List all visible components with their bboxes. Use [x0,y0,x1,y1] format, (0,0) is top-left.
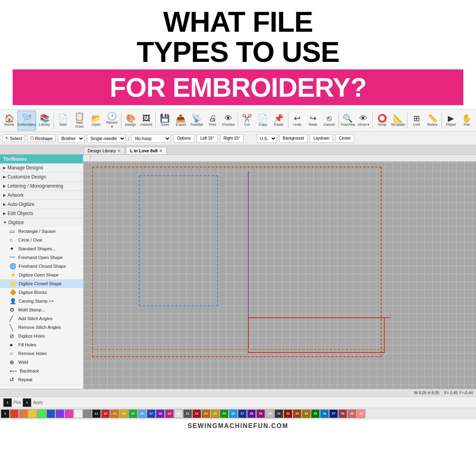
tab-design-library[interactable]: Design Library ✕ [83,147,125,154]
color-swatch-38[interactable]: 38 [338,409,347,418]
sidebar-group-digitize-header[interactable]: ▼ Digitize [0,218,83,227]
toolbar-grid-btn[interactable]: ⊞ Grid [409,111,424,131]
color-swatch-36[interactable]: 36 [320,409,329,418]
color-swatch-17[interactable]: 17 [147,409,155,418]
toolbar-redo-btn[interactable]: ↪ Redo [306,111,321,131]
sidebar-item-remove-stitch-angles[interactable]: ╲ Remove Stitch Angles [0,323,83,332]
toolbar-transfer-btn[interactable]: 📡 Transfer [189,111,204,131]
color-swatch-37[interactable]: 37 [329,409,338,418]
toolbar-print-btn[interactable]: 🖨 Print [205,111,220,131]
tab-lin-love[interactable]: L in Love 8x8 ✕ [126,147,167,154]
sidebar-item-digitize-blocks[interactable]: 🔶 Digitize Blocks [0,288,83,297]
machine-dropdown[interactable]: Brother [58,134,84,143]
color-swatch-2[interactable] [10,409,19,418]
color-swatch-30[interactable]: 30 [265,409,274,418]
color-swatch-26[interactable]: 26 [229,409,238,418]
sidebar-group-manage-header[interactable]: ▶ Manage Designs [0,163,83,172]
sidebar-item-backtrack[interactable]: ⟵ Backtrack [0,367,83,375]
toolbar-template-btn[interactable]: 📐 Template [390,111,405,131]
sidebar-item-weld[interactable]: ⊕ Weld [0,358,83,367]
left-rotate-button[interactable]: Left 15° [197,134,218,143]
sidebar-item-digitize-open[interactable]: ⚡ Digitize Open Shape [0,271,83,279]
right-rotate-button[interactable]: Right 15° [220,134,244,143]
toolbar-copy-btn[interactable]: 📄 Copy [255,111,271,131]
color-swatch-10[interactable] [83,409,92,418]
sidebar-group-customize-header[interactable]: ▶ Customize Design [0,173,83,181]
color-swatch-25[interactable]: 25 [220,409,228,418]
toolbar-show-btn[interactable]: 👁 Show ▾ [356,111,371,131]
color-swatch-6[interactable] [46,409,55,418]
toolbar-cancel-btn[interactable]: ⎋ Cancel [322,111,337,131]
sidebar-item-remove-holes[interactable]: ○ Remove Holes [0,349,83,358]
color-swatch-33[interactable]: 33 [293,409,301,418]
sidebar-item-repeat[interactable]: ↺ Repeat [0,375,83,384]
color-swatch-20[interactable]: 20 [174,409,183,418]
color-swatch-9[interactable] [74,409,83,418]
color-swatch-13[interactable]: 13 [110,409,119,418]
options-button[interactable]: Options [173,134,194,143]
toolbar-pan-btn[interactable]: ✋ Pan [459,111,474,131]
toolbar-embroidery-btn[interactable]: 🪡 Embroidery [17,111,36,131]
color-swatch-4[interactable] [28,409,37,418]
color-swatch-21[interactable]: 21 [183,409,192,418]
color-swatch-1[interactable]: 1 [1,409,10,418]
toolbar-library-btn[interactable]: 📚 Library [37,111,52,131]
color-swatch-22[interactable]: 22 [192,409,201,418]
color-swatch-28[interactable]: 28 [247,409,256,418]
color-swatch-31[interactable]: 31 [274,409,283,418]
toolbar-save-btn[interactable]: 💾 Save [157,111,173,131]
color-swatch-23[interactable]: 23 [202,409,210,418]
swatch-1[interactable]: 1 [3,398,12,407]
toolbar-open-btn[interactable]: 📂 Open [88,111,104,131]
units-dropdown[interactable]: U.S. [256,134,277,143]
swatch-apply[interactable]: 1 [23,398,31,407]
sidebar-item-freehand-open[interactable]: 〰 Freehand Open Shape [0,253,83,262]
toolbar-rulers-btn[interactable]: 📏 Rulers [425,111,440,131]
color-swatch-8[interactable] [65,409,73,418]
color-swatch-15[interactable]: 15 [129,409,137,418]
toolbar-newfrom-btn[interactable]: 📋 New From [71,111,88,131]
toolbar-player-btn[interactable]: ▶ Player [443,111,459,131]
sidebar-item-fill-holes[interactable]: ● Fill Holes [0,340,83,349]
sidebar-item-add-stitch-angles[interactable]: ╱ Add Stitch Angles [0,314,83,323]
sidebar-item-standard-shapes[interactable]: ✦ Standard Shapes... [0,244,83,253]
sidebar-item-digitize-closed[interactable]: ⭐ Digitize Closed Shape [0,279,83,288]
toolbar-recent-btn[interactable]: 🕐 Recent ▾ [104,111,119,131]
color-swatch-5[interactable] [37,409,46,418]
color-swatch-18[interactable]: 18 [156,409,165,418]
toolbar-home-btn[interactable]: 🏠 Home [2,111,17,131]
color-swatch-19[interactable]: 19 [165,409,174,418]
toolbar-artwork-btn[interactable]: 🖼 Artwork [139,111,154,131]
needle-dropdown[interactable]: Single-needle [87,134,126,143]
laydown-button[interactable]: Laydown [310,134,333,143]
sidebar-group-lettering-header[interactable]: ▶ Lettering / Monogramming [0,182,83,190]
hoop-dropdown[interactable]: No hoop [131,134,171,143]
background-button[interactable]: Background [279,134,307,143]
reshape-button[interactable]: ⬡ Reshape [27,134,56,142]
canvas-area[interactable] [83,155,476,389]
sidebar-item-freehand-closed[interactable]: 🌀 Freehand Closed Shape [0,262,83,271]
tab-design-library-close[interactable]: ✕ [117,149,121,153]
color-swatch-40[interactable]: 40 [357,409,365,418]
color-swatch-29[interactable]: 29 [256,409,265,418]
sidebar-item-rectangle[interactable]: ▭ Rectangle / Square [0,227,83,236]
toolbar-export-btn[interactable]: 📤 Export [173,111,188,131]
sidebar-item-carving-stamp[interactable]: 👤 Carving Stamp >> [0,297,83,305]
color-swatch-39[interactable]: 39 [347,409,356,418]
color-swatch-27[interactable]: 27 [238,409,247,418]
toolbar-paste-btn[interactable]: 📌 Paste [271,111,286,131]
color-swatch-7[interactable] [56,409,64,418]
color-swatch-11[interactable]: 11 [92,409,101,418]
sidebar-group-autodigitize-header[interactable]: ▶ Auto-Digitize [0,200,83,209]
sidebar-group-artwork-header[interactable]: ▶ Artwork [0,191,83,200]
toolbar-undo-btn[interactable]: ↩ Undo [290,111,305,131]
sidebar-item-circle[interactable]: ○ Circle / Oval [0,236,83,244]
select-button[interactable]: ↖ Select [2,134,25,142]
tab-lin-love-close[interactable]: ✕ [159,149,162,153]
sidebar-group-editobjects-header[interactable]: ▶ Edit Objects [0,209,83,218]
color-swatch-3[interactable] [19,409,28,418]
toolbar-cut-btn[interactable]: ✂️ Cut [240,111,255,131]
color-swatch-35[interactable]: 35 [311,409,320,418]
toolbar-design-btn[interactable]: 🎨 Design [123,111,138,131]
toolbar-new-btn[interactable]: 📄 New [56,111,71,131]
